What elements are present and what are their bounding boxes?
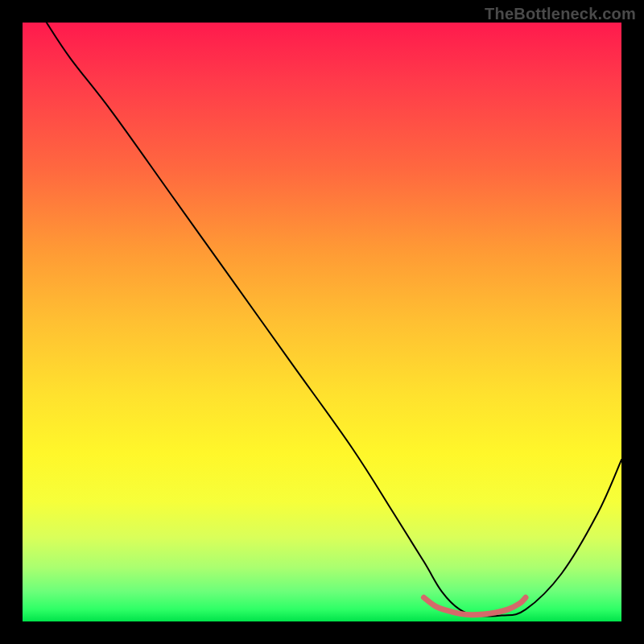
chart-frame: TheBottleneck.com xyxy=(0,0,644,644)
series-curve xyxy=(47,23,621,617)
chart-svg xyxy=(23,23,621,621)
series-layer xyxy=(47,23,621,617)
watermark-text: TheBottleneck.com xyxy=(485,5,636,23)
series-optimal-range xyxy=(423,597,525,615)
plot-area xyxy=(23,23,621,621)
